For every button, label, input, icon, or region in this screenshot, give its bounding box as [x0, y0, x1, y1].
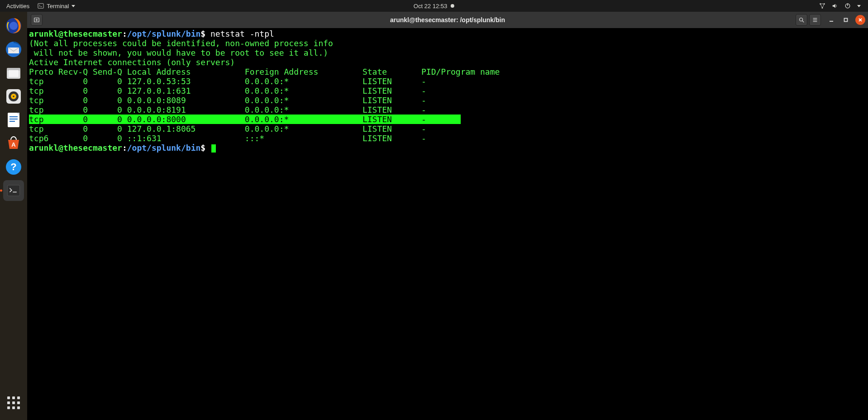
libreoffice-writer-icon [5, 111, 23, 129]
netstat-row-highlighted: tcp 0 0 0.0.0.0:8000 0.0.0.0:* LISTEN - [29, 115, 461, 124]
window-title: arunkl@thesecmaster: /opt/splunk/bin [390, 16, 505, 24]
hamburger-menu-button[interactable] [809, 14, 821, 26]
volume-icon [832, 3, 838, 9]
ubuntu-software-icon: A [5, 134, 23, 153]
gnome-top-panel: Activities Terminal Oct 22 12:53 [0, 0, 868, 12]
svg-point-15 [13, 95, 14, 97]
svg-rect-17 [10, 116, 18, 117]
clock[interactable]: Oct 22 12:53 [414, 3, 454, 10]
notification-dot-icon [451, 4, 454, 8]
app-menu-label: Terminal [47, 3, 69, 10]
netstat-row: tcp 0 0 127.0.0.53:53 0.0.0.0:* LISTEN - [29, 76, 426, 86]
app-menu[interactable]: Terminal [38, 3, 75, 10]
search-button[interactable] [796, 14, 807, 26]
netstat-row: tcp 0 0 127.0.0.1:631 0.0.0.0:* LISTEN - [29, 86, 426, 95]
titlebar: arunkl@thesecmaster: /opt/splunk/bin [27, 12, 868, 28]
firefox-icon [5, 17, 23, 35]
svg-rect-19 [10, 121, 15, 122]
minimize-button[interactable] [826, 15, 836, 25]
svg-point-7 [10, 22, 18, 30]
dock-files[interactable] [3, 62, 24, 83]
svg-text:A: A [11, 141, 16, 148]
dock-thunderbird[interactable] [3, 39, 24, 60]
svg-rect-16 [8, 113, 19, 127]
chevron-down-icon [72, 5, 75, 7]
svg-text:?: ? [10, 161, 16, 172]
minimize-icon [829, 18, 834, 22]
system-status-area[interactable] [819, 3, 868, 9]
netstat-row: tcp 0 0 127.0.0.1:8065 0.0.0.0:* LISTEN … [29, 124, 426, 134]
new-tab-button[interactable] [31, 14, 43, 26]
svg-point-28 [800, 18, 803, 21]
dock-terminal[interactable] [3, 180, 24, 201]
terminal-menu-icon [38, 3, 44, 9]
svg-rect-23 [7, 185, 19, 196]
help-icon: ? [5, 158, 23, 176]
chevron-down-icon [857, 5, 861, 7]
svg-rect-11 [9, 70, 19, 77]
svg-rect-0 [38, 4, 43, 9]
netstat-row: tcp 0 0 0.0.0.0:8191 0.0.0.0:* LISTEN - [29, 105, 426, 115]
terminal-window: arunkl@thesecmaster: /opt/splunk/bin aru… [27, 12, 868, 420]
dock-help[interactable]: ? [3, 157, 24, 177]
terminal-icon [6, 183, 21, 198]
netstat-row: tcp6 0 0 ::1:631 :::* LISTEN - [29, 134, 426, 143]
ubuntu-dock: A ? [0, 12, 27, 420]
maximize-icon [844, 18, 848, 22]
files-icon [5, 64, 23, 82]
dock-firefox[interactable] [3, 15, 24, 36]
close-icon [858, 18, 863, 22]
terminal-viewport[interactable]: arunkl@thesecmaster:/opt/splunk/bin$ net… [27, 28, 868, 420]
dock-libreoffice-writer[interactable] [3, 110, 24, 130]
rhythmbox-icon [5, 87, 23, 105]
clock-label: Oct 22 12:53 [414, 3, 447, 10]
svg-line-29 [802, 21, 804, 23]
cursor [211, 144, 216, 153]
hamburger-icon [812, 17, 818, 23]
search-icon [798, 17, 805, 23]
close-button[interactable] [855, 15, 865, 25]
dock-rhythmbox[interactable] [3, 86, 24, 107]
svg-rect-34 [844, 19, 848, 22]
maximize-button[interactable] [841, 15, 851, 25]
activities-button[interactable]: Activities [6, 3, 29, 10]
netstat-row: tcp 0 0 0.0.0.0:8089 0.0.0.0:* LISTEN - [29, 95, 426, 105]
svg-rect-18 [10, 119, 18, 119]
show-applications-button[interactable] [5, 394, 23, 412]
dock-ubuntu-software[interactable]: A [3, 133, 24, 154]
network-icon [819, 3, 825, 9]
new-tab-icon [33, 17, 40, 23]
power-icon [844, 3, 851, 9]
thunderbird-icon [5, 40, 23, 58]
